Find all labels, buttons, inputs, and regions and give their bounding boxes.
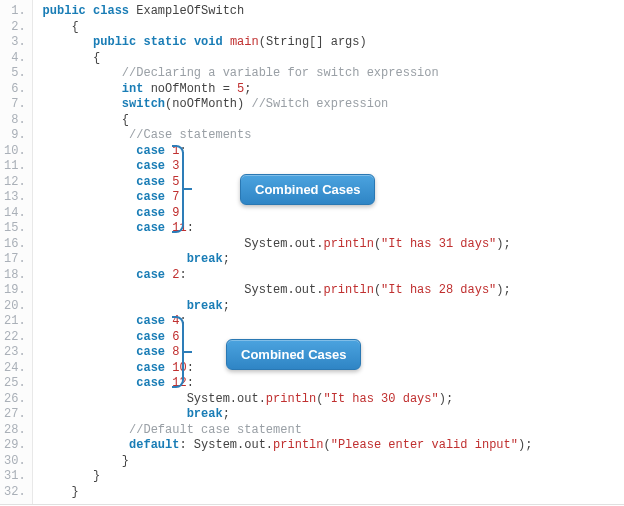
code-line: //Case statements [43, 128, 624, 144]
line-number: 18. [4, 268, 26, 284]
line-number: 24. [4, 361, 26, 377]
line-number: 14. [4, 206, 26, 222]
code-line: //Declaring a variable for switch expres… [43, 66, 624, 82]
line-number: 11. [4, 159, 26, 175]
code-line: case 3: [43, 159, 624, 175]
line-number: 15. [4, 221, 26, 237]
code-line: case 1: [43, 144, 624, 160]
code-line: public class ExampleOfSwitch [43, 4, 624, 20]
line-number: 2. [4, 20, 26, 36]
line-number: 21. [4, 314, 26, 330]
code-line: switch(noOfMonth) //Switch expression [43, 97, 624, 113]
line-number: 32. [4, 485, 26, 501]
line-number: 31. [4, 469, 26, 485]
combined-cases-badge-1: Combined Cases [240, 174, 375, 205]
line-number: 30. [4, 454, 26, 470]
line-number: 17. [4, 252, 26, 268]
code-line: break; [43, 407, 624, 423]
code-line: case 4: [43, 314, 624, 330]
code-line: case 11: [43, 221, 624, 237]
combined-cases-badge-2: Combined Cases [226, 339, 361, 370]
brace-annotation-1 [172, 145, 184, 233]
code-line: case 2: [43, 268, 624, 284]
line-number: 3. [4, 35, 26, 51]
line-number: 25. [4, 376, 26, 392]
code-line: int noOfMonth = 5; [43, 82, 624, 98]
line-number: 10. [4, 144, 26, 160]
code-content: public class ExampleOfSwitch { public st… [33, 0, 624, 504]
line-number: 6. [4, 82, 26, 98]
code-line: System.out.println("It has 31 days"); [43, 237, 624, 253]
code-line: case 9: [43, 206, 624, 222]
code-line: System.out.println("It has 28 days"); [43, 283, 624, 299]
line-number: 8. [4, 113, 26, 129]
line-number-gutter: 1.2.3.4.5.6.7.8.9.10.11.12.13.14.15.16.1… [0, 0, 33, 504]
code-line: break; [43, 299, 624, 315]
line-number: 23. [4, 345, 26, 361]
code-line: case 12: [43, 376, 624, 392]
line-number: 20. [4, 299, 26, 315]
line-number: 28. [4, 423, 26, 439]
code-block: 1.2.3.4.5.6.7.8.9.10.11.12.13.14.15.16.1… [0, 0, 624, 505]
code-line: //Default case statement [43, 423, 624, 439]
line-number: 26. [4, 392, 26, 408]
code-line: { [43, 51, 624, 67]
line-number: 19. [4, 283, 26, 299]
line-number: 22. [4, 330, 26, 346]
code-line: System.out.println("It has 30 days"); [43, 392, 624, 408]
line-number: 27. [4, 407, 26, 423]
code-line: { [43, 20, 624, 36]
line-number: 7. [4, 97, 26, 113]
code-line: public static void main(String[] args) [43, 35, 624, 51]
code-line: default: System.out.println("Please ente… [43, 438, 624, 454]
line-number: 5. [4, 66, 26, 82]
code-line: break; [43, 252, 624, 268]
brace-annotation-2 [172, 316, 184, 388]
line-number: 9. [4, 128, 26, 144]
line-number: 4. [4, 51, 26, 67]
code-line: } [43, 454, 624, 470]
line-number: 16. [4, 237, 26, 253]
code-line: } [43, 485, 624, 501]
code-line: { [43, 113, 624, 129]
line-number: 29. [4, 438, 26, 454]
code-line: } [43, 469, 624, 485]
line-number: 1. [4, 4, 26, 20]
line-number: 13. [4, 190, 26, 206]
line-number: 12. [4, 175, 26, 191]
